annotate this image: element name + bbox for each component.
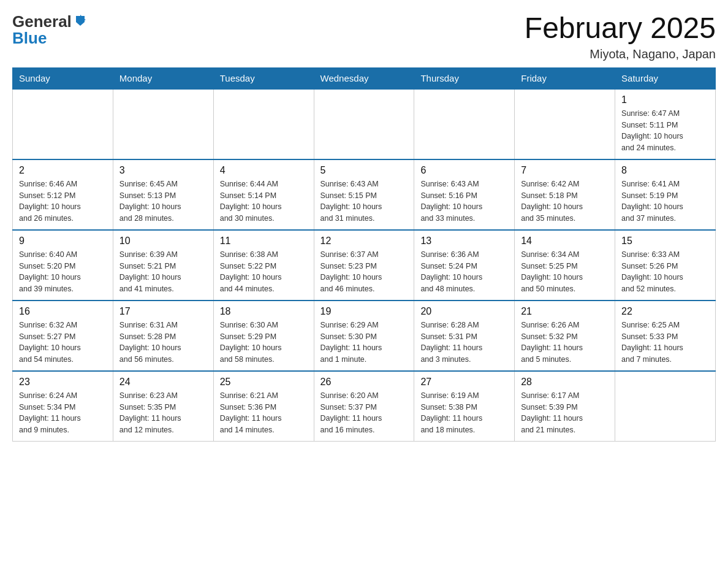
calendar-cell: 19Sunrise: 6:29 AM Sunset: 5:30 PM Dayli… [314, 301, 414, 371]
week-row-5: 23Sunrise: 6:24 AM Sunset: 5:34 PM Dayli… [13, 371, 716, 442]
calendar-cell: 2Sunrise: 6:46 AM Sunset: 5:12 PM Daylig… [13, 159, 113, 230]
calendar-cell: 1Sunrise: 6:47 AM Sunset: 5:11 PM Daylig… [615, 89, 716, 159]
calendar-cell: 24Sunrise: 6:23 AM Sunset: 5:35 PM Dayli… [113, 371, 213, 442]
day-number: 7 [521, 165, 609, 176]
calendar-cell: 13Sunrise: 6:36 AM Sunset: 5:24 PM Dayli… [414, 230, 515, 301]
day-info: Sunrise: 6:31 AM Sunset: 5:28 PM Dayligh… [119, 320, 207, 366]
day-number: 1 [621, 94, 709, 105]
day-number: 13 [420, 236, 508, 247]
day-number: 25 [220, 377, 308, 388]
calendar-cell: 3Sunrise: 6:45 AM Sunset: 5:13 PM Daylig… [113, 159, 213, 230]
calendar-cell: 6Sunrise: 6:43 AM Sunset: 5:16 PM Daylig… [414, 159, 515, 230]
title-block: February 2025 Miyota, Nagano, Japan [525, 12, 716, 61]
calendar-cell [515, 89, 615, 159]
day-info: Sunrise: 6:21 AM Sunset: 5:36 PM Dayligh… [220, 390, 308, 436]
day-info: Sunrise: 6:46 AM Sunset: 5:12 PM Dayligh… [19, 178, 107, 224]
calendar-cell: 5Sunrise: 6:43 AM Sunset: 5:15 PM Daylig… [314, 159, 414, 230]
calendar-cell: 18Sunrise: 6:30 AM Sunset: 5:29 PM Dayli… [213, 301, 314, 371]
calendar-cell: 25Sunrise: 6:21 AM Sunset: 5:36 PM Dayli… [213, 371, 314, 442]
day-info: Sunrise: 6:44 AM Sunset: 5:14 PM Dayligh… [220, 178, 308, 224]
day-info: Sunrise: 6:24 AM Sunset: 5:34 PM Dayligh… [19, 390, 107, 436]
day-info: Sunrise: 6:43 AM Sunset: 5:16 PM Dayligh… [420, 178, 508, 224]
calendar-cell: 12Sunrise: 6:37 AM Sunset: 5:23 PM Dayli… [314, 230, 414, 301]
calendar-cell: 27Sunrise: 6:19 AM Sunset: 5:38 PM Dayli… [414, 371, 515, 442]
weekday-header-thursday: Thursday [414, 67, 515, 89]
calendar-cell: 28Sunrise: 6:17 AM Sunset: 5:39 PM Dayli… [515, 371, 615, 442]
day-number: 8 [621, 165, 709, 176]
calendar-cell [414, 89, 515, 159]
day-number: 4 [220, 165, 308, 176]
day-info: Sunrise: 6:20 AM Sunset: 5:37 PM Dayligh… [320, 390, 408, 436]
day-info: Sunrise: 6:19 AM Sunset: 5:38 PM Dayligh… [420, 390, 508, 436]
day-info: Sunrise: 6:34 AM Sunset: 5:25 PM Dayligh… [521, 249, 609, 295]
weekday-header-saturday: Saturday [615, 67, 716, 89]
calendar-cell: 17Sunrise: 6:31 AM Sunset: 5:28 PM Dayli… [113, 301, 213, 371]
day-info: Sunrise: 6:42 AM Sunset: 5:18 PM Dayligh… [521, 178, 609, 224]
day-info: Sunrise: 6:43 AM Sunset: 5:15 PM Dayligh… [320, 178, 408, 224]
calendar-cell: 20Sunrise: 6:28 AM Sunset: 5:31 PM Dayli… [414, 301, 515, 371]
month-title: February 2025 [525, 12, 716, 45]
day-number: 23 [19, 377, 107, 388]
calendar-cell: 21Sunrise: 6:26 AM Sunset: 5:32 PM Dayli… [515, 301, 615, 371]
day-number: 19 [320, 306, 408, 317]
logo: General Blue [12, 12, 87, 48]
day-info: Sunrise: 6:30 AM Sunset: 5:29 PM Dayligh… [220, 320, 308, 366]
week-row-2: 2Sunrise: 6:46 AM Sunset: 5:12 PM Daylig… [13, 159, 716, 230]
calendar-cell: 11Sunrise: 6:38 AM Sunset: 5:22 PM Dayli… [213, 230, 314, 301]
day-info: Sunrise: 6:23 AM Sunset: 5:35 PM Dayligh… [119, 390, 207, 436]
weekday-header-monday: Monday [113, 67, 213, 89]
calendar-cell [615, 371, 716, 442]
calendar-cell: 14Sunrise: 6:34 AM Sunset: 5:25 PM Dayli… [515, 230, 615, 301]
calendar-cell: 23Sunrise: 6:24 AM Sunset: 5:34 PM Dayli… [13, 371, 113, 442]
page-header: General Blue February 2025 Miyota, Nagan… [12, 12, 716, 61]
week-row-4: 16Sunrise: 6:32 AM Sunset: 5:27 PM Dayli… [13, 301, 716, 371]
calendar-cell [314, 89, 414, 159]
calendar-cell [213, 89, 314, 159]
calendar-cell: 7Sunrise: 6:42 AM Sunset: 5:18 PM Daylig… [515, 159, 615, 230]
day-info: Sunrise: 6:25 AM Sunset: 5:33 PM Dayligh… [621, 320, 709, 366]
calendar-cell: 8Sunrise: 6:41 AM Sunset: 5:19 PM Daylig… [615, 159, 716, 230]
day-info: Sunrise: 6:45 AM Sunset: 5:13 PM Dayligh… [119, 178, 207, 224]
day-info: Sunrise: 6:39 AM Sunset: 5:21 PM Dayligh… [119, 249, 207, 295]
day-info: Sunrise: 6:33 AM Sunset: 5:26 PM Dayligh… [621, 249, 709, 295]
logo-blue-text: Blue [12, 29, 47, 48]
day-info: Sunrise: 6:47 AM Sunset: 5:11 PM Dayligh… [621, 108, 709, 154]
day-number: 16 [19, 306, 107, 317]
week-row-1: 1Sunrise: 6:47 AM Sunset: 5:11 PM Daylig… [13, 89, 716, 159]
calendar-cell: 10Sunrise: 6:39 AM Sunset: 5:21 PM Dayli… [113, 230, 213, 301]
day-number: 9 [19, 236, 107, 247]
day-number: 21 [521, 306, 609, 317]
day-info: Sunrise: 6:28 AM Sunset: 5:31 PM Dayligh… [420, 320, 508, 366]
day-info: Sunrise: 6:26 AM Sunset: 5:32 PM Dayligh… [521, 320, 609, 366]
calendar-cell: 15Sunrise: 6:33 AM Sunset: 5:26 PM Dayli… [615, 230, 716, 301]
day-number: 15 [621, 236, 709, 247]
day-number: 18 [220, 306, 308, 317]
svg-marker-1 [80, 15, 86, 20]
day-number: 28 [521, 377, 609, 388]
day-number: 26 [320, 377, 408, 388]
calendar-cell: 9Sunrise: 6:40 AM Sunset: 5:20 PM Daylig… [13, 230, 113, 301]
day-info: Sunrise: 6:32 AM Sunset: 5:27 PM Dayligh… [19, 320, 107, 366]
logo-arrow-icon [74, 12, 87, 31]
weekday-header-sunday: Sunday [13, 67, 113, 89]
day-number: 22 [621, 306, 709, 317]
day-number: 5 [320, 165, 408, 176]
calendar-table: SundayMondayTuesdayWednesdayThursdayFrid… [12, 67, 716, 442]
calendar-cell [113, 89, 213, 159]
day-number: 10 [119, 236, 207, 247]
calendar-cell: 26Sunrise: 6:20 AM Sunset: 5:37 PM Dayli… [314, 371, 414, 442]
calendar-cell: 4Sunrise: 6:44 AM Sunset: 5:14 PM Daylig… [213, 159, 314, 230]
day-number: 17 [119, 306, 207, 317]
weekday-header-wednesday: Wednesday [314, 67, 414, 89]
day-number: 3 [119, 165, 207, 176]
day-info: Sunrise: 6:36 AM Sunset: 5:24 PM Dayligh… [420, 249, 508, 295]
calendar-cell [13, 89, 113, 159]
weekday-header-friday: Friday [515, 67, 615, 89]
location-subtitle: Miyota, Nagano, Japan [525, 47, 716, 61]
calendar-cell: 16Sunrise: 6:32 AM Sunset: 5:27 PM Dayli… [13, 301, 113, 371]
day-number: 12 [320, 236, 408, 247]
day-number: 11 [220, 236, 308, 247]
weekday-header-row: SundayMondayTuesdayWednesdayThursdayFrid… [13, 67, 716, 89]
day-info: Sunrise: 6:38 AM Sunset: 5:22 PM Dayligh… [220, 249, 308, 295]
day-number: 27 [420, 377, 508, 388]
